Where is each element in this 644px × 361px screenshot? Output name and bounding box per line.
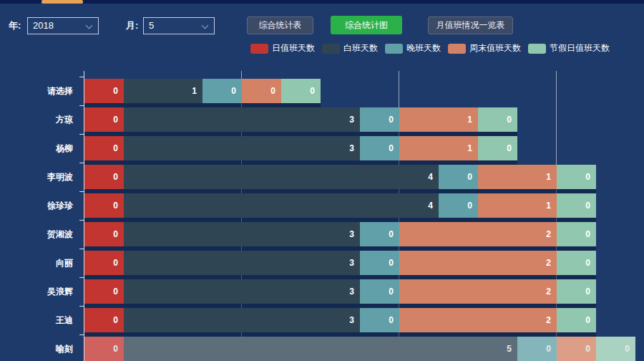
y-axis-label: 李明波	[0, 165, 79, 189]
bar-segment-s4[interactable]: 0	[557, 222, 596, 246]
legend-swatch-icon	[250, 44, 268, 54]
bar-segment-s1[interactable]: 4	[124, 165, 439, 189]
bar-segment-s2[interactable]: 0	[360, 279, 399, 304]
y-axis-label: 徐珍珍	[0, 193, 79, 218]
month-select-value: 5	[149, 20, 154, 31]
bar-segment-s0[interactable]: 0	[84, 337, 124, 361]
bar-segment-s0[interactable]: 0	[84, 79, 124, 103]
bar-segment-s0[interactable]: 0	[84, 136, 124, 160]
bar-row-1: 03010	[84, 107, 517, 132]
bar-segment-s1[interactable]: 1	[124, 79, 203, 103]
year-select-value: 2018	[33, 20, 54, 31]
legend-item-s1[interactable]: 白班天数	[322, 42, 378, 54]
y-axis-tick	[79, 334, 84, 335]
bar-row-4: 04010	[84, 193, 596, 218]
year-select[interactable]: 2018	[27, 17, 99, 34]
bar-segment-s0[interactable]: 0	[84, 308, 124, 332]
bar-segment-s3[interactable]: 0	[242, 79, 281, 103]
bar-segment-s3[interactable]: 2	[399, 222, 557, 246]
bar-segment-s0[interactable]: 0	[84, 222, 124, 246]
bar-segment-s3[interactable]: 2	[399, 308, 557, 332]
year-label: 年:	[9, 19, 21, 32]
bar-segment-s4[interactable]: 0	[557, 251, 596, 275]
bar-segment-s2[interactable]: 0	[360, 251, 399, 275]
y-axis-tick	[79, 134, 84, 135]
bar-segment-s1[interactable]: 3	[124, 279, 360, 304]
legend-label: 周末值班天数	[469, 42, 521, 54]
y-axis-tick	[79, 249, 84, 249]
bar-segment-s4[interactable]: 0	[557, 165, 596, 189]
stats-table-button[interactable]: 综合统计表	[247, 16, 313, 34]
legend-item-s3[interactable]: 周末值班天数	[448, 42, 521, 54]
bar-segment-s4[interactable]: 0	[281, 79, 321, 103]
bar-segment-s0[interactable]: 0	[84, 251, 124, 275]
bar-segment-s3[interactable]: 0	[557, 337, 596, 361]
monthly-duty-list-button[interactable]: 月值班情况一览表	[428, 16, 513, 34]
bar-segment-s2[interactable]: 0	[203, 79, 242, 103]
bar-segment-s1[interactable]: 3	[124, 107, 360, 132]
y-axis-tick	[79, 277, 84, 278]
bar-segment-s0[interactable]: 0	[84, 193, 124, 218]
bar-segment-s4[interactable]: 0	[596, 337, 635, 361]
y-axis-label: 王迪	[0, 308, 79, 332]
bar-segment-s3[interactable]: 1	[478, 193, 557, 218]
month-select[interactable]: 5	[143, 17, 215, 34]
bar-row-6: 03020	[84, 251, 596, 275]
y-axis-label: 贺湘波	[0, 222, 79, 246]
legend-swatch-icon	[322, 44, 340, 54]
month-label: 月:	[126, 19, 138, 32]
bar-row-8: 03020	[84, 308, 596, 332]
y-axis-tick	[79, 105, 84, 106]
legend-swatch-icon	[448, 44, 466, 54]
bar-segment-s2[interactable]: 0	[360, 222, 399, 246]
duty-statistics-page: { "top_strip": { "strip_color": "#0a1c50…	[0, 0, 644, 361]
bar-segment-s3[interactable]: 1	[399, 136, 478, 160]
bar-segment-s3[interactable]: 1	[478, 165, 557, 189]
legend-label: 晚班天数	[406, 42, 441, 54]
bar-segment-s2[interactable]: 0	[517, 337, 557, 361]
legend-swatch-icon	[385, 44, 403, 54]
bar-segment-s3[interactable]: 2	[399, 251, 557, 275]
y-axis-tick	[79, 163, 84, 163]
bar-segment-s2[interactable]: 0	[439, 165, 478, 189]
stats-chart-button[interactable]: 综合统计图	[331, 16, 402, 34]
bar-segment-s1[interactable]: 5	[124, 337, 517, 361]
bar-segment-s0[interactable]: 0	[84, 279, 124, 304]
bar-row-5: 03020	[84, 222, 596, 246]
bar-segment-s2[interactable]: 0	[439, 193, 478, 218]
bar-segment-s0[interactable]: 0	[84, 165, 124, 189]
y-axis-label: 喻刻	[0, 337, 79, 361]
y-axis-label: 杨柳	[0, 136, 79, 160]
bar-segment-s1[interactable]: 3	[124, 136, 360, 160]
legend-label: 日值班天数	[272, 42, 315, 54]
legend-item-s4[interactable]: 节假日值班天数	[528, 42, 610, 54]
bar-segment-s4[interactable]: 0	[557, 279, 596, 304]
bar-segment-s3[interactable]: 1	[399, 107, 478, 132]
bar-segment-s4[interactable]: 0	[478, 107, 517, 132]
bar-segment-s1[interactable]: 3	[124, 251, 360, 275]
bar-segment-s2[interactable]: 0	[360, 136, 399, 160]
duty-stacked-bar-chart: 日值班天数白班天数晚班天数周末值班天数节假日值班天数 请选择01000方琼030…	[0, 39, 644, 361]
bar-segment-s0[interactable]: 0	[84, 107, 124, 132]
bar-segment-s1[interactable]: 3	[124, 308, 360, 332]
legend-item-s0[interactable]: 日值班天数	[250, 42, 315, 54]
bar-segment-s4[interactable]: 0	[478, 136, 517, 160]
bar-segment-s4[interactable]: 0	[557, 193, 596, 218]
y-axis-label: 吴浪辉	[0, 279, 79, 304]
bar-segment-s2[interactable]: 0	[360, 308, 399, 332]
bar-segment-s1[interactable]: 3	[124, 222, 360, 246]
bar-row-9: 05000	[84, 337, 635, 361]
chevron-down-icon	[86, 22, 93, 29]
legend-label: 白班天数	[343, 42, 378, 54]
bar-row-7: 03020	[84, 279, 596, 304]
bar-row-3: 04010	[84, 165, 596, 189]
bar-segment-s1[interactable]: 4	[124, 193, 439, 218]
bar-segment-s2[interactable]: 0	[360, 107, 399, 132]
bar-segment-s4[interactable]: 0	[557, 308, 596, 332]
legend-item-s2[interactable]: 晚班天数	[385, 42, 441, 54]
y-axis-tick	[79, 191, 84, 192]
bar-row-0: 01000	[84, 79, 321, 103]
y-axis-label: 请选择	[0, 79, 79, 103]
bar-segment-s3[interactable]: 2	[399, 279, 557, 304]
y-axis-tick	[79, 220, 84, 221]
